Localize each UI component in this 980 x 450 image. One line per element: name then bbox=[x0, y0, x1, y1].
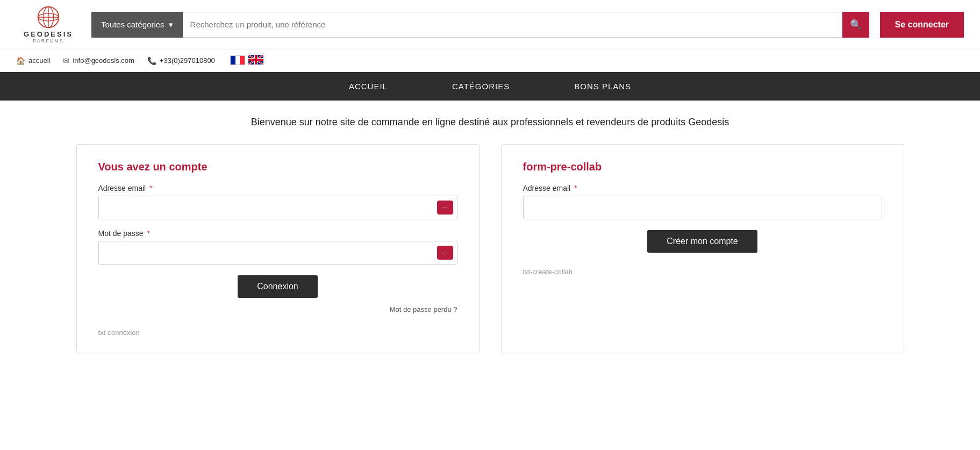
home-icon: 🏠 bbox=[16, 56, 25, 65]
email-input-wrapper: ··· bbox=[98, 196, 457, 219]
phone-icon: 📞 bbox=[147, 56, 156, 65]
password-form-group: Mot de passe * ··· bbox=[98, 229, 457, 265]
phone-info: 📞 +33(0)297010800 bbox=[147, 56, 215, 65]
flag-uk[interactable] bbox=[248, 55, 263, 66]
email-icon: ✉ bbox=[63, 56, 69, 65]
logo-text: GEODESIS bbox=[24, 30, 73, 38]
search-area: Toutes catégories ▾ 🔍 bbox=[91, 12, 869, 38]
register-card: form-pre-collab Adresse email * Créer mo… bbox=[501, 144, 904, 353]
search-input[interactable] bbox=[183, 12, 842, 38]
password-required-star: * bbox=[147, 229, 149, 238]
welcome-text: Bienvenue sur notre site de commande en … bbox=[11, 117, 969, 128]
header-top: GEODESIS PARFUMS Toutes catégories ▾ 🔍 S… bbox=[0, 0, 980, 49]
connect-button[interactable]: Se connecter bbox=[880, 12, 964, 38]
email-form-group: Adresse email * ··· bbox=[98, 184, 457, 219]
nav-item-categories[interactable]: CATÉGORIES bbox=[420, 72, 542, 101]
password-input-wrapper: ··· bbox=[98, 241, 457, 265]
categories-label: Toutes catégories bbox=[101, 20, 164, 29]
email-link[interactable]: ✉ info@geodesis.com bbox=[63, 56, 134, 65]
phone-label: +33(0)297010800 bbox=[160, 56, 215, 65]
register-email-required-star: * bbox=[574, 184, 577, 192]
register-email-form-group: Adresse email * bbox=[523, 184, 882, 219]
logo-globe-icon bbox=[37, 5, 60, 29]
register-submit-button[interactable]: Créer mon compte bbox=[647, 230, 757, 253]
nav-item-accueil[interactable]: ACCUEIL bbox=[317, 72, 420, 101]
svg-rect-13 bbox=[248, 59, 263, 61]
forgot-password-link[interactable]: Mot de passe perdu ? bbox=[98, 305, 457, 313]
email-label: info@geodesis.com bbox=[73, 56, 134, 65]
flag-fr[interactable] bbox=[230, 55, 245, 66]
login-submit-button[interactable]: Connexion bbox=[238, 275, 318, 298]
home-link[interactable]: 🏠 accueil bbox=[16, 56, 50, 65]
main-content: Vous avez un compte Adresse email * ··· … bbox=[33, 133, 947, 375]
login-password-input[interactable] bbox=[98, 241, 457, 265]
password-label: Mot de passe * bbox=[98, 229, 457, 238]
email-label: Adresse email * bbox=[98, 184, 457, 192]
txt-connexion: txt-connexion bbox=[98, 322, 457, 337]
logo-subtext: PARFUMS bbox=[33, 38, 63, 44]
email-required-star: * bbox=[149, 184, 152, 192]
search-icon: 🔍 bbox=[850, 19, 862, 31]
password-input-icon[interactable]: ··· bbox=[437, 246, 453, 260]
register-card-title: form-pre-collab bbox=[523, 161, 882, 173]
search-button[interactable]: 🔍 bbox=[842, 12, 869, 38]
logo[interactable]: GEODESIS PARFUMS bbox=[16, 5, 81, 44]
info-bar: 🏠 accueil ✉ info@geodesis.com 📞 +33(0)29… bbox=[0, 49, 980, 72]
categories-dropdown-btn[interactable]: Toutes catégories ▾ bbox=[91, 12, 183, 38]
nav-item-bons-plans[interactable]: BONS PLANS bbox=[542, 72, 663, 101]
email-input-icon[interactable]: ··· bbox=[437, 201, 453, 215]
login-card-title: Vous avez un compte bbox=[98, 161, 457, 173]
register-email-label: Adresse email * bbox=[523, 184, 882, 192]
home-label: accueil bbox=[28, 56, 50, 65]
txt-create-collab: txt-create-collab bbox=[523, 261, 882, 276]
dropdown-arrow-icon: ▾ bbox=[169, 20, 173, 30]
register-email-input[interactable] bbox=[523, 196, 882, 219]
login-email-input[interactable] bbox=[98, 196, 457, 219]
main-nav: ACCUEIL CATÉGORIES BONS PLANS bbox=[0, 72, 980, 101]
language-flags bbox=[230, 55, 263, 66]
login-card: Vous avez un compte Adresse email * ··· … bbox=[76, 144, 480, 353]
welcome-banner: Bienvenue sur notre site de commande en … bbox=[0, 101, 980, 133]
register-email-input-wrapper bbox=[523, 196, 882, 219]
